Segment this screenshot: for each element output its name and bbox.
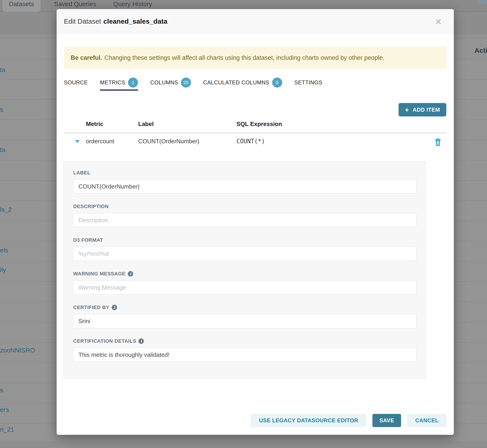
modal-footer: USE LEGACY DATASOURCE EDITOR SAVE CANCEL — [251, 414, 447, 427]
metric-name-cell: ordercount — [86, 138, 114, 145]
info-icon: i — [128, 271, 133, 277]
add-item-button[interactable]: + ADD ITEM — [399, 103, 446, 116]
actions-column-header: Acti — [474, 47, 487, 54]
field-d3-format-caption: D3 FORMAT — [73, 237, 416, 243]
tab-columns[interactable]: COLUMNS 25 — [150, 75, 191, 90]
background-header-button — [478, 0, 487, 4]
dataset-link[interactable]: zooNNtSRO — [0, 347, 35, 354]
tab-metrics-badge: 1 — [128, 78, 138, 88]
certified-by-input[interactable] — [73, 314, 416, 328]
collapse-caret-icon[interactable] — [75, 140, 80, 143]
label-caption-text: LABEL — [73, 170, 90, 176]
modal-title-prefix: Edit Dataset — [64, 17, 101, 25]
field-warning-message: WARNING MESSAGE i — [73, 271, 416, 295]
label-input[interactable] — [73, 179, 416, 193]
tab-calculated-columns-label: CALCULATED COLUMNS — [203, 79, 269, 86]
tab-calculated-columns[interactable]: CALCULATED COLUMNS 0 — [203, 75, 282, 90]
field-description: DESCRIPTION — [73, 204, 416, 227]
metrics-table-header: Metric Label SQL Expression — [64, 120, 446, 130]
dataset-link[interactable]: ta — [0, 66, 5, 74]
modal-title-dataset-name: cleaned_sales_data — [103, 17, 167, 25]
save-button[interactable]: SAVE — [372, 414, 401, 427]
field-certification-details-caption: CERTIFICATION DETAILS i — [73, 338, 416, 344]
certification-details-input[interactable] — [73, 348, 416, 362]
field-label: LABEL — [73, 170, 416, 193]
warning-message-input[interactable] — [73, 280, 416, 295]
nav-tab-saved-queries-label: Saved Queries — [54, 0, 96, 8]
use-legacy-datasource-editor-button[interactable]: USE LEGACY DATASOURCE EDITOR — [251, 414, 366, 427]
field-label-caption: LABEL — [73, 170, 416, 176]
active-tab-underline — [100, 89, 138, 91]
modal-title: Edit Datasetcleaned_sales_data — [64, 17, 167, 25]
modal-header: Edit Datasetcleaned_sales_data ✕ — [57, 9, 454, 34]
warning-banner-text: Changing these settings will affect all … — [104, 54, 384, 61]
warning-banner: Be careful. Changing these settings will… — [64, 47, 447, 69]
cancel-button[interactable]: CANCEL — [407, 414, 447, 427]
dataset-link[interactable]: ers — [0, 406, 9, 413]
dataset-editor-tabs: SOURCE METRICS 1 COLUMNS 25 CALCULATED C… — [64, 75, 446, 90]
tab-source-label: SOURCE — [64, 79, 88, 86]
warning-banner-bold: Be careful. — [71, 54, 102, 61]
field-d3-format: D3 FORMAT — [73, 237, 416, 261]
tab-source[interactable]: SOURCE — [64, 75, 88, 90]
edit-dataset-modal: Edit Datasetcleaned_sales_data ✕ Be care… — [57, 9, 454, 435]
tab-columns-badge: 25 — [181, 78, 191, 88]
certified-by-caption-text: CERTIFIED BY — [73, 304, 109, 310]
delete-metric-icon[interactable] — [434, 138, 442, 146]
warning-message-caption-text: WARNING MESSAGE — [73, 271, 126, 277]
background-footer-area — [0, 441, 487, 448]
metric-row: ordercount COUNT(OrderNumber) COUNT(*) — [64, 136, 446, 146]
column-header-sql-expression: SQL Expression — [236, 120, 282, 128]
column-header-metric: Metric — [86, 120, 104, 128]
info-icon: i — [112, 305, 117, 310]
dataset-link[interactable]: els — [0, 247, 8, 254]
tab-columns-label: COLUMNS — [150, 79, 178, 86]
nav-tab-query-history-label: Query History — [113, 0, 152, 8]
metric-sql-cell: COUNT(*) — [236, 138, 265, 145]
tab-metrics-label: METRICS — [100, 79, 125, 86]
certification-details-caption-text: CERTIFICATION DETAILS — [73, 338, 136, 344]
add-item-label: ADD ITEM — [413, 107, 440, 113]
tab-metrics[interactable]: METRICS 1 — [100, 75, 138, 90]
dataset-link[interactable]: ta — [0, 146, 5, 153]
tab-calculated-columns-badge: 0 — [272, 78, 282, 88]
dataset-link[interactable]: n_21 — [0, 426, 14, 433]
nav-tab-datasets[interactable]: Datasets — [2, 0, 40, 12]
description-caption-text: DESCRIPTION — [73, 204, 109, 209]
nav-tab-datasets-label: Datasets — [9, 0, 34, 8]
d3-format-input[interactable] — [73, 247, 416, 261]
dataset-link[interactable]: s — [0, 387, 3, 394]
description-input[interactable] — [73, 213, 416, 227]
close-icon[interactable]: ✕ — [433, 17, 443, 27]
field-description-caption: DESCRIPTION — [73, 204, 416, 209]
info-icon: i — [138, 338, 144, 344]
field-certified-by-caption: CERTIFIED BY i — [73, 304, 416, 310]
field-certification-details: CERTIFICATION DETAILS i — [73, 338, 416, 362]
dataset-link[interactable]: s — [0, 106, 3, 113]
metric-edit-panel: LABEL DESCRIPTION D3 FORMAT WARNING MESS… — [63, 161, 426, 379]
tab-settings[interactable]: SETTINGS — [295, 75, 322, 90]
d3-format-caption-text: D3 FORMAT — [73, 237, 103, 243]
dataset-link[interactable]: ls_2 — [0, 206, 12, 213]
tab-settings-label: SETTINGS — [295, 79, 322, 86]
metric-label-cell: COUNT(OrderNumber) — [138, 138, 200, 145]
field-warning-message-caption: WARNING MESSAGE i — [73, 271, 416, 277]
table-header-divider — [64, 133, 446, 133]
field-certified-by: CERTIFIED BY i — [73, 304, 416, 328]
column-header-label: Label — [138, 120, 154, 128]
plus-icon: + — [405, 106, 409, 113]
dataset-link[interactable]: ily — [0, 266, 6, 273]
